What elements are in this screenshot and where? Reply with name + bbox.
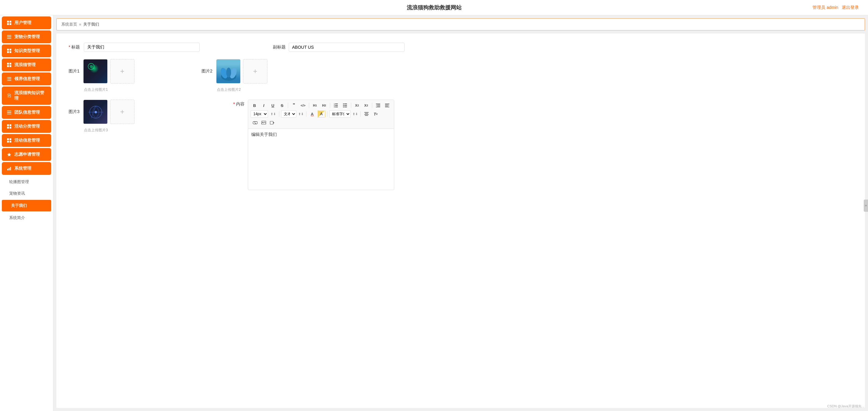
toolbar-align[interactable] <box>363 110 370 117</box>
toolbar-sub[interactable]: X2 <box>353 102 361 109</box>
sidebar-item-activity-category[interactable]: 活动分类管理 <box>2 120 51 133</box>
svg-point-58 <box>343 104 344 104</box>
svg-rect-14 <box>9 65 11 67</box>
sidebar-item-knowledge-type[interactable]: 知识类型管理 <box>2 44 51 57</box>
svg-rect-31 <box>7 138 9 140</box>
sidebar-item-adopt-info[interactable]: 领养信息管理 <box>2 72 51 85</box>
svg-rect-20 <box>7 80 8 81</box>
book-icon <box>6 93 12 98</box>
sidebar-item-label: 活动信息管理 <box>14 138 40 143</box>
image3-upload-btn[interactable]: + <box>110 100 134 124</box>
sidebar-sub-banner-mgmt[interactable]: 轮播图管理 <box>0 176 53 188</box>
svg-rect-36 <box>7 169 8 170</box>
toolbar-h1[interactable]: H1 <box>311 102 319 109</box>
sidebar-item-user-mgmt[interactable]: 用户管理 <box>2 16 51 29</box>
svg-rect-62 <box>377 105 380 105</box>
svg-marker-65 <box>376 105 377 106</box>
sidebar-item-knowledge-mgmt[interactable]: 流浪猫狗知识管理 <box>2 87 51 105</box>
sidebar-item-team-info[interactable]: 团队信息管理 <box>2 106 51 119</box>
list-icon <box>6 34 12 40</box>
editor-content-area[interactable]: 编辑关于我们 <box>248 129 394 190</box>
toolbar-ul[interactable] <box>341 102 349 109</box>
toolbar-row-3 <box>251 119 392 127</box>
sidebar-sub-label: 关于我们 <box>11 203 27 208</box>
toolbar-quote[interactable]: " <box>290 102 298 109</box>
image1-upload-btn[interactable]: + <box>110 59 134 83</box>
sidebar-collapse-btn[interactable]: › › <box>864 200 868 212</box>
svg-rect-18 <box>7 77 8 78</box>
sidebar-item-stray-cat[interactable]: 流浪猫管理 <box>2 59 51 71</box>
sidebar-sub-about-us[interactable]: 关于我们 <box>2 200 51 211</box>
svg-rect-30 <box>9 127 11 129</box>
breadcrumb-home[interactable]: 系统首页 <box>61 22 77 27</box>
breadcrumb-separator: ≡ <box>79 22 82 27</box>
toolbar-font-highlight[interactable]: A <box>317 110 325 117</box>
toolbar-code[interactable]: </> <box>299 102 307 109</box>
svg-rect-74 <box>365 115 368 116</box>
svg-rect-67 <box>385 105 388 105</box>
svg-rect-9 <box>7 51 9 53</box>
grid4-icon <box>6 124 12 129</box>
title-input[interactable]: 关于我们 <box>84 43 200 52</box>
toolbar-ol[interactable]: 123 <box>332 102 340 109</box>
font-size-select[interactable]: 14px 12px 16px 18px 24px <box>251 110 268 117</box>
sidebar-item-label: 用户管理 <box>14 20 31 26</box>
svg-rect-63 <box>377 106 380 106</box>
svg-rect-11 <box>7 63 9 65</box>
svg-rect-0 <box>7 21 9 23</box>
svg-point-60 <box>343 107 344 108</box>
sidebar-item-pet-category[interactable]: 宠物分类管理 <box>2 31 51 43</box>
image1-hint: 点击上传图片1 <box>84 87 108 92</box>
svg-point-47 <box>94 111 97 113</box>
toolbar-underline[interactable]: U <box>269 102 277 109</box>
svg-text:3: 3 <box>334 106 335 108</box>
svg-rect-22 <box>8 96 10 96</box>
image1-area: + <box>83 59 134 83</box>
image3-thumb <box>84 100 107 124</box>
toolbar-clear-format[interactable]: Tx <box>372 110 379 117</box>
toolbar-image-icon[interactable] <box>260 119 267 126</box>
editor-text: 编辑关于我们 <box>251 132 277 137</box>
toolbar-video-icon[interactable] <box>269 119 276 126</box>
image1-thumb <box>84 59 107 83</box>
font-family-select[interactable]: 标准字体 宋体 黑体 <box>329 110 351 117</box>
svg-rect-10 <box>9 51 11 53</box>
toolbar-indent-left[interactable] <box>374 102 382 109</box>
image1-preview <box>83 59 107 83</box>
svg-rect-71 <box>364 112 369 113</box>
image2-upload-btn[interactable]: + <box>243 59 268 83</box>
toolbar-strikethrough[interactable]: S <box>278 102 286 109</box>
svg-rect-73 <box>364 114 369 115</box>
toolbar-sep-5 <box>372 103 372 108</box>
logout-button[interactable]: 退出登录 <box>842 5 859 10</box>
toolbar-h2[interactable]: H2 <box>320 102 328 109</box>
toolbar-bold[interactable]: B <box>251 102 258 109</box>
toolbar-sep-8 <box>327 111 328 117</box>
image1-label: 图片1 <box>69 69 81 74</box>
list2-icon <box>6 110 12 115</box>
image2-area: + <box>216 59 268 83</box>
toolbar-indent-right[interactable] <box>383 102 391 109</box>
grid2-icon <box>6 48 12 54</box>
image2-hint: 点击上传图片2 <box>217 87 241 92</box>
svg-rect-66 <box>385 104 389 104</box>
plus-icon: + <box>120 67 124 75</box>
svg-rect-32 <box>9 138 11 140</box>
font-style-select[interactable]: 文本 标题 <box>281 110 296 117</box>
toolbar-link-icon[interactable] <box>252 119 258 126</box>
svg-rect-23 <box>8 96 9 97</box>
subtitle-input[interactable]: ABOUT US <box>289 43 405 52</box>
svg-rect-77 <box>270 121 273 124</box>
toolbar-font-color[interactable]: A <box>308 110 316 117</box>
sidebar-item-label: 活动分类管理 <box>14 124 40 129</box>
svg-rect-57 <box>344 107 347 107</box>
sidebar-item-volunteer-apply[interactable]: 志愿申请管理 <box>2 148 51 161</box>
sidebar-item-activity-info[interactable]: 活动信息管理 <box>2 134 51 147</box>
toolbar-italic[interactable]: I <box>260 102 268 109</box>
sidebar-sub-system-intro[interactable]: 系统简介 <box>0 212 53 224</box>
toolbar-sup[interactable]: X2 <box>362 102 370 109</box>
sidebar-item-system-mgmt[interactable]: 系统管理 <box>2 162 51 175</box>
toolbar-row-2: 14px 12px 16px 18px 24px ⬆⬇ <box>251 110 392 117</box>
star-icon <box>6 152 12 157</box>
sidebar-sub-pet-news[interactable]: 宠物资讯 <box>0 188 53 199</box>
